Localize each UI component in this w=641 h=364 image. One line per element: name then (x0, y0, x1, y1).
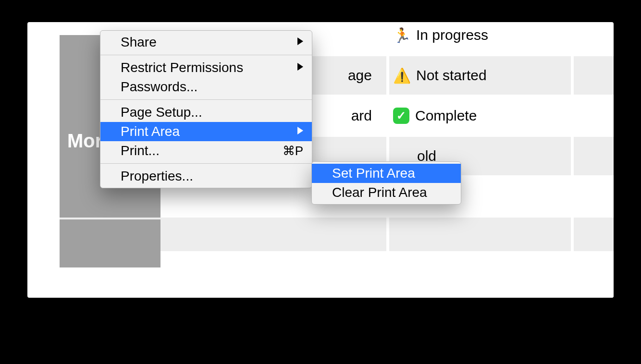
status-text: In progress (416, 27, 488, 43)
column-divider (386, 218, 389, 251)
outer-frame: 🏃 In progress age ⚠️ Not started (27, 22, 614, 298)
status-cell: ⚠️ Not started (388, 56, 571, 95)
row-header-blank (60, 219, 160, 267)
keyboard-shortcut: ⌘P (283, 141, 303, 160)
content-area: 🏃 In progress age ⚠️ Not started (60, 35, 614, 298)
status-cell: 🏃 In progress (388, 22, 571, 54)
task-fragment: age (348, 67, 372, 84)
menu-item-label: Share (121, 35, 157, 49)
row-header-label: Mor (67, 130, 102, 152)
menu-separator (100, 163, 312, 164)
column-divider (571, 56, 574, 95)
status-text: Not started (416, 67, 487, 84)
menu-item-print[interactable]: Print... ⌘P (100, 141, 312, 160)
submenu-arrow-icon (297, 122, 303, 141)
menu-item-label: Properties... (121, 169, 193, 183)
menu-item-passwords[interactable]: Passwords... (100, 77, 312, 97)
submenu-item-set-print-area[interactable]: Set Print Area (312, 164, 461, 183)
menu-item-label: Passwords... (121, 79, 197, 94)
menu-separator (100, 99, 312, 100)
context-menu: Share Restrict Permissions Passwords... … (100, 30, 312, 188)
menu-item-label: Clear Print Area (332, 185, 427, 200)
menu-item-label: Page Setup... (121, 105, 202, 120)
column-divider (571, 218, 574, 251)
column-divider (386, 56, 389, 95)
submenu-arrow-icon (297, 33, 303, 52)
check-icon: ✓ (393, 108, 409, 124)
menu-item-label: Print Area (121, 124, 180, 139)
runner-icon: 🏃 (393, 27, 410, 44)
status-text: Complete (415, 108, 477, 124)
menu-item-properties[interactable]: Properties... (100, 167, 312, 186)
submenu-arrow-icon (297, 58, 303, 77)
warning-icon: ⚠️ (393, 67, 410, 84)
status-cell: ✓ Complete (388, 97, 571, 135)
menu-item-label: Set Print Area (332, 166, 415, 181)
submenu-item-clear-print-area[interactable]: Clear Print Area (312, 183, 461, 202)
menu-item-share[interactable]: Share (100, 33, 312, 52)
menu-item-page-setup[interactable]: Page Setup... (100, 103, 312, 122)
menu-item-label: Restrict Permissions (121, 60, 243, 75)
column-divider (571, 137, 574, 175)
menu-item-print-area[interactable]: Print Area (100, 122, 312, 141)
menu-item-label: Print... (121, 143, 160, 158)
task-fragment: ard (351, 108, 372, 124)
print-area-submenu: Set Print Area Clear Print Area (311, 161, 461, 205)
menu-separator (100, 55, 312, 55)
menu-item-restrict-permissions[interactable]: Restrict Permissions (100, 58, 312, 77)
